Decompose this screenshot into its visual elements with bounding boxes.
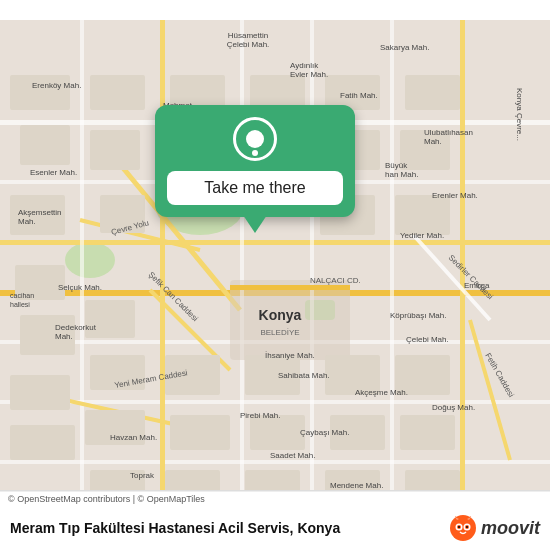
svg-rect-55 xyxy=(405,75,460,110)
svg-text:İhsaniye Mah.: İhsaniye Mah. xyxy=(265,351,315,360)
svg-rect-15 xyxy=(390,20,394,530)
svg-line-22 xyxy=(80,220,200,250)
svg-text:Havzan Mah.: Havzan Mah. xyxy=(110,433,157,442)
svg-text:Mah.: Mah. xyxy=(55,332,73,341)
svg-point-111 xyxy=(458,526,460,528)
svg-rect-47 xyxy=(250,415,305,450)
svg-rect-14 xyxy=(310,20,314,530)
svg-text:Hüsamettin: Hüsamettin xyxy=(228,31,268,40)
svg-rect-58 xyxy=(395,355,450,395)
svg-text:Çevre Yolu: Çevre Yolu xyxy=(110,218,150,237)
svg-rect-26 xyxy=(20,125,70,165)
svg-text:Fatih Mah.: Fatih Mah. xyxy=(340,91,378,100)
svg-text:Sahibata Mah.: Sahibata Mah. xyxy=(278,371,330,380)
svg-text:Sedirler Caddesi: Sedirler Caddesi xyxy=(447,253,495,301)
moovit-icon xyxy=(449,514,477,542)
svg-text:Akçeşme Mah.: Akçeşme Mah. xyxy=(355,388,408,397)
svg-text:Doğuş Mah.: Doğuş Mah. xyxy=(432,403,475,412)
svg-rect-36 xyxy=(90,355,145,390)
svg-text:BELEDİYE: BELEDİYE xyxy=(260,328,299,337)
svg-text:Şefik Can Caddesi: Şefik Can Caddesi xyxy=(147,270,200,323)
place-name: Meram Tıp Fakültesi Hastanesi Acil Servi… xyxy=(10,520,439,536)
svg-text:Sakarya Mah.: Sakarya Mah. xyxy=(380,43,429,52)
svg-text:Mendene Mah.: Mendene Mah. xyxy=(330,481,383,490)
svg-rect-37 xyxy=(85,410,145,445)
svg-text:Çaybaşı Mah.: Çaybaşı Mah. xyxy=(300,428,349,437)
svg-text:cacihan: cacihan xyxy=(10,292,34,299)
svg-rect-11 xyxy=(80,20,84,530)
svg-text:Çelebi Mah.: Çelebi Mah. xyxy=(406,335,449,344)
svg-text:Yeni Meram Caddesi: Yeni Meram Caddesi xyxy=(114,368,189,390)
location-pin-dot xyxy=(246,130,264,148)
svg-rect-32 xyxy=(90,75,145,110)
svg-rect-42 xyxy=(170,415,230,450)
svg-text:Konya: Konya xyxy=(259,307,302,323)
svg-line-20 xyxy=(400,220,490,320)
svg-text:Emirga: Emirga xyxy=(464,281,490,290)
svg-rect-29 xyxy=(20,315,75,355)
svg-line-19 xyxy=(20,390,200,430)
bottom-bar: © OpenStreetMap contributors | © OpenMap… xyxy=(0,490,550,550)
svg-rect-13 xyxy=(240,20,244,530)
svg-rect-10 xyxy=(0,460,550,464)
svg-text:Çelebi Mah.: Çelebi Mah. xyxy=(227,40,270,49)
svg-point-112 xyxy=(466,526,468,528)
svg-text:Akşemsettin: Akşemsettin xyxy=(18,208,62,217)
svg-text:hallesi: hallesi xyxy=(10,301,30,308)
svg-text:Mah.: Mah. xyxy=(18,217,36,226)
moovit-logo: moovit xyxy=(449,514,540,542)
svg-text:Pirebi Mah.: Pirebi Mah. xyxy=(240,411,280,420)
svg-rect-57 xyxy=(395,195,450,235)
svg-text:Esenler Mah.: Esenler Mah. xyxy=(30,168,77,177)
location-pin-ring xyxy=(233,117,277,161)
svg-rect-28 xyxy=(15,265,65,300)
svg-text:Fetih Caddesi: Fetih Caddesi xyxy=(483,352,516,399)
svg-rect-2 xyxy=(305,300,335,320)
popup-card: Take me there xyxy=(155,105,355,217)
svg-text:han Mah.: han Mah. xyxy=(385,170,418,179)
svg-text:Saadet Mah.: Saadet Mah. xyxy=(270,451,315,460)
svg-rect-30 xyxy=(10,375,70,410)
svg-rect-46 xyxy=(245,355,300,395)
svg-rect-41 xyxy=(165,355,220,395)
svg-point-106 xyxy=(450,515,476,541)
svg-rect-9 xyxy=(0,400,550,404)
svg-rect-56 xyxy=(400,130,450,170)
svg-text:Selçuk Mah.: Selçuk Mah. xyxy=(58,283,102,292)
svg-rect-23 xyxy=(230,280,350,360)
svg-text:Yediler Mah.: Yediler Mah. xyxy=(400,231,444,240)
svg-rect-59 xyxy=(400,415,455,450)
svg-rect-34 xyxy=(100,195,145,233)
svg-text:Aydınlık: Aydınlık xyxy=(290,61,319,70)
map-attribution: © OpenStreetMap contributors | © OpenMap… xyxy=(0,491,550,506)
svg-rect-35 xyxy=(85,300,135,338)
svg-rect-27 xyxy=(10,195,65,235)
svg-point-3 xyxy=(65,242,115,278)
svg-text:Konya Çevre...: Konya Çevre... xyxy=(515,88,524,141)
svg-rect-31 xyxy=(10,425,75,460)
take-me-there-button[interactable]: Take me there xyxy=(167,171,343,205)
svg-text:Mah.: Mah. xyxy=(424,137,442,146)
place-info: Meram Tıp Fakültesi Hastanesi Acil Servi… xyxy=(0,506,550,550)
svg-rect-12 xyxy=(160,20,165,530)
svg-text:Köprübaşı Mah.: Köprübaşı Mah. xyxy=(390,311,446,320)
svg-text:Dedekorkut: Dedekorkut xyxy=(55,323,97,332)
svg-rect-33 xyxy=(90,130,140,170)
svg-text:Büyük: Büyük xyxy=(385,161,408,170)
svg-rect-24 xyxy=(230,285,350,290)
svg-text:Ulubatlıhasan: Ulubatlıhasan xyxy=(424,128,473,137)
svg-line-21 xyxy=(470,320,510,460)
attribution-text: © OpenStreetMap contributors | © OpenMap… xyxy=(8,494,205,504)
svg-text:Toprak: Toprak xyxy=(130,471,155,480)
svg-rect-52 xyxy=(325,355,380,395)
svg-rect-6 xyxy=(0,240,550,245)
svg-text:Erenköy Mah.: Erenköy Mah. xyxy=(32,81,81,90)
svg-text:Erenler Mah.: Erenler Mah. xyxy=(432,191,478,200)
svg-rect-53 xyxy=(330,415,385,450)
svg-text:Evler Mah.: Evler Mah. xyxy=(290,70,328,79)
svg-rect-0 xyxy=(0,20,550,530)
svg-text:NALÇACI CD.: NALÇACI CD. xyxy=(310,276,361,285)
svg-line-18 xyxy=(150,290,230,370)
svg-rect-16 xyxy=(460,20,465,530)
moovit-brand-text: moovit xyxy=(481,518,540,539)
